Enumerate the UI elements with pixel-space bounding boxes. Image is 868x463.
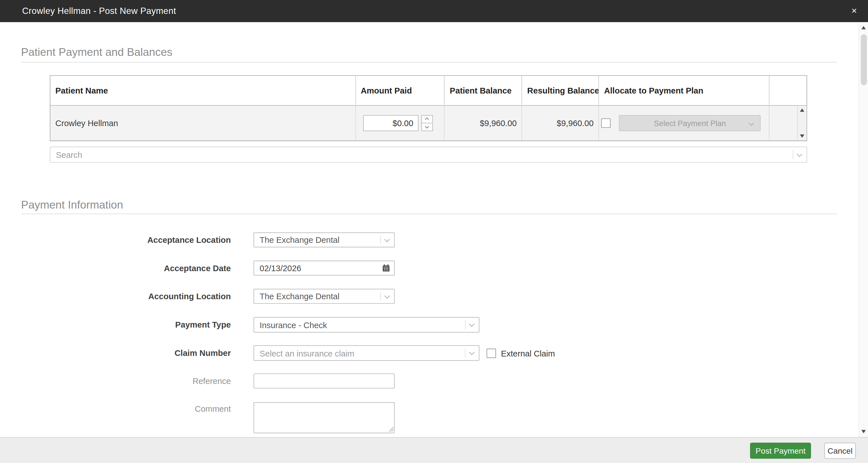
dialog-titlebar: Crowley Hellman - Post New Payment × [0, 0, 868, 22]
col-header-patient-balance: Patient Balance [445, 76, 522, 105]
close-icon[interactable]: × [845, 0, 864, 22]
col-header-allocate-plan: Allocate to Payment Plan [599, 76, 769, 105]
scroll-up-icon [862, 26, 866, 30]
payment-type-select[interactable]: Insurance - Check [253, 317, 479, 333]
chevron-down-icon [469, 321, 474, 326]
acceptance-date-input[interactable] [254, 264, 382, 273]
table-scrollbar[interactable] [797, 106, 806, 140]
table-row: Crowley Hellman $9,960.00 $9,960.00 Sele… [51, 105, 807, 140]
scrollbar-thumb[interactable] [861, 34, 867, 85]
cell-resulting-balance: $9,960.00 [522, 106, 599, 140]
cell-allocate-plan: Select Payment Plan [599, 106, 770, 140]
chevron-down-icon [469, 350, 474, 355]
acceptance-location-label: Acceptance Location [21, 232, 231, 247]
cell-amount-paid [356, 106, 445, 140]
select-toggle [465, 346, 479, 360]
select-toggle [380, 289, 394, 303]
accounting-location-select[interactable]: The Exchange Dental [253, 289, 395, 304]
section-title-payment-info: Payment Information [21, 199, 123, 211]
section-divider [21, 213, 837, 214]
search-input[interactable] [51, 147, 793, 162]
chevron-up-icon [425, 118, 429, 122]
chevron-down-icon [749, 121, 754, 126]
external-claim-checkbox[interactable] [487, 348, 496, 358]
comment-textarea[interactable] [253, 402, 395, 433]
select-toggle [380, 233, 394, 247]
scroll-down-icon [862, 430, 866, 433]
calendar-icon[interactable] [382, 264, 390, 272]
claim-number-select[interactable]: Select an insurance claim [253, 345, 479, 361]
payment-plan-placeholder: Select Payment Plan [654, 119, 726, 128]
col-header-amount-paid: Amount Paid [356, 76, 445, 105]
chevron-down-icon [425, 125, 429, 128]
amount-paid-input[interactable] [363, 115, 418, 131]
dialog-footer: Post Payment Cancel [0, 437, 868, 463]
chevron-down-icon [385, 237, 390, 242]
col-header-patient-name: Patient Name [51, 76, 356, 105]
payment-type-label: Payment Type [21, 317, 231, 333]
accounting-location-label: Accounting Location [21, 289, 231, 304]
claim-number-placeholder: Select an insurance claim [254, 348, 465, 358]
allocate-plan-checkbox[interactable] [601, 119, 611, 128]
dialog-title: Crowley Hellman - Post New Payment [0, 6, 176, 16]
chevron-down-icon [797, 151, 802, 157]
patient-balances-table: Patient Name Amount Paid Patient Balance… [50, 75, 807, 141]
post-new-payment-dialog: Crowley Hellman - Post New Payment × Pat… [0, 0, 868, 463]
acceptance-location-select[interactable]: The Exchange Dental [253, 232, 395, 247]
section-divider [21, 62, 837, 63]
amount-stepper [421, 115, 433, 131]
table-header-row: Patient Name Amount Paid Patient Balance… [51, 76, 807, 105]
stepper-down-button[interactable] [421, 123, 433, 131]
chevron-down-icon [385, 293, 390, 298]
acceptance-date-label: Acceptance Date [21, 261, 231, 276]
external-claim-label: External Claim [501, 348, 555, 358]
reference-label: Reference [21, 373, 231, 389]
search-dropdown-toggle[interactable] [793, 147, 806, 162]
section-title-balances: Patient Payment and Balances [21, 46, 172, 59]
reference-input[interactable] [253, 373, 395, 389]
comment-label: Comment [21, 403, 231, 415]
claim-number-label: Claim Number [21, 345, 231, 361]
acceptance-location-value: The Exchange Dental [254, 235, 380, 244]
cell-patient-name: Crowley Hellman [51, 106, 356, 140]
cancel-button[interactable]: Cancel [824, 442, 856, 459]
cell-patient-balance: $9,960.00 [445, 106, 522, 140]
post-payment-button[interactable]: Post Payment [750, 442, 811, 459]
col-header-blank [769, 76, 806, 105]
scroll-down-icon [800, 135, 805, 138]
acceptance-date-field [253, 261, 395, 276]
patient-search [50, 146, 807, 163]
dialog-scrollbar[interactable] [859, 22, 868, 437]
external-claim-group: External Claim [487, 345, 555, 361]
cell-blank [770, 106, 807, 140]
payment-type-value: Insurance - Check [254, 320, 465, 330]
scroll-up-icon [800, 108, 805, 112]
stepper-up-button[interactable] [421, 115, 433, 123]
col-header-resulting-balance: Resulting Balance [522, 76, 599, 105]
accounting-location-value: The Exchange Dental [254, 292, 380, 301]
payment-plan-select[interactable]: Select Payment Plan [619, 115, 761, 131]
select-toggle [465, 318, 479, 332]
